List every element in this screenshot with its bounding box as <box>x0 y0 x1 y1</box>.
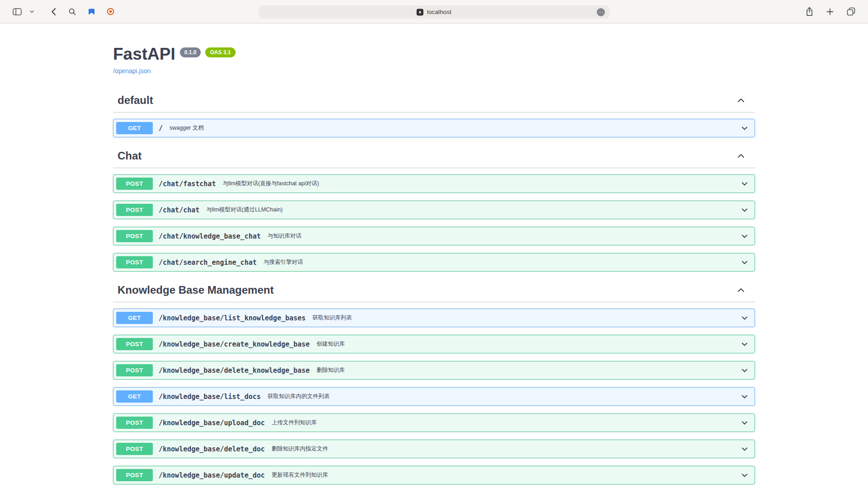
chevron-down-icon[interactable] <box>740 418 749 427</box>
method-badge: GET <box>116 122 153 134</box>
section-header[interactable]: default <box>113 89 755 113</box>
operation-description: 获取知识库列表 <box>312 314 352 322</box>
share-button[interactable] <box>803 5 816 19</box>
extension-blue-button[interactable] <box>85 5 98 19</box>
browser-toolbar: localhost ... <box>0 0 868 23</box>
sidebar-toggle-button[interactable] <box>11 5 24 19</box>
operation-row[interactable]: POST /knowledge_base/update_doc 更新现有文件到知… <box>113 466 755 484</box>
record-target-icon <box>107 8 114 15</box>
api-section: Chat POST /chat/fastchat 与llm模型对话(直接与fas… <box>113 145 755 272</box>
method-badge: POST <box>116 364 153 376</box>
operation-path: /chat/search_engine_chat <box>159 258 257 267</box>
version-badge: 0.1.0 <box>180 47 201 57</box>
operation-path: /chat/knowledge_base_chat <box>159 232 261 240</box>
chevron-down-icon[interactable] <box>740 366 749 375</box>
sidebar-icon <box>13 8 22 15</box>
operation-description: 删除知识库内指定文件 <box>272 445 328 453</box>
site-favicon <box>416 9 424 16</box>
chevron-up-icon <box>736 95 746 105</box>
operation-row[interactable]: POST /knowledge_base/upload_doc 上传文件到知识库 <box>113 413 755 432</box>
method-badge: POST <box>116 204 153 216</box>
chevron-up-icon <box>736 151 746 161</box>
operation-path: /knowledge_base/create_knowledge_base <box>159 340 310 348</box>
method-badge: POST <box>116 469 153 481</box>
tabs-overview-icon <box>847 7 855 16</box>
section-operations: GET /knowledge_base/list_knowledge_bases… <box>113 302 755 488</box>
section-title: Knowledge Base Management <box>118 284 274 296</box>
operation-path: /knowledge_base/delete_doc <box>159 445 265 453</box>
method-badge: POST <box>116 443 153 455</box>
operation-description: 删除知识库 <box>316 366 345 374</box>
api-info: FastAPI 0.1.0 OAS 3.1 /openapi.json <box>113 23 755 75</box>
operation-description: 上传文件到知识库 <box>272 419 317 427</box>
chevron-down-icon[interactable] <box>740 471 749 480</box>
tab-group-chevron-button[interactable] <box>25 5 38 19</box>
chevron-down-icon[interactable] <box>740 314 749 323</box>
operation-path: /knowledge_base/upload_doc <box>159 419 265 427</box>
api-section: default GET / swagger 文档 <box>113 89 755 137</box>
method-badge: POST <box>116 338 153 350</box>
api-section: Knowledge Base Management GET /knowledge… <box>113 279 755 488</box>
openapi-spec-link[interactable]: /openapi.json <box>113 67 151 75</box>
tab-overview-button[interactable] <box>844 5 857 19</box>
chevron-down-icon[interactable] <box>740 179 749 188</box>
section-title: Chat <box>118 150 142 162</box>
chevron-left-icon <box>51 8 56 16</box>
section-title: default <box>118 94 153 107</box>
share-icon <box>806 7 813 16</box>
section-operations: POST /chat/fastchat 与llm模型对话(直接与fastchat… <box>113 168 755 272</box>
url-text: localhost <box>427 9 451 15</box>
method-badge: POST <box>116 256 153 268</box>
operation-row[interactable]: POST /chat/chat 与llm模型对话(通过LLMChain) <box>113 201 755 219</box>
api-sections: default GET / swagger 文档 Chat POST /chat… <box>113 89 755 488</box>
page-title: FastAPI <box>113 44 175 64</box>
operation-row[interactable]: POST /knowledge_base/delete_doc 删除知识库内指定… <box>113 440 755 458</box>
operation-description: 与搜索引擎对话 <box>264 258 303 266</box>
operation-path: /knowledge_base/delete_knowledge_base <box>159 366 310 375</box>
chevron-down-icon[interactable] <box>740 340 749 349</box>
chevron-down-icon[interactable] <box>740 392 749 401</box>
operation-row[interactable]: GET /knowledge_base/list_knowledge_bases… <box>113 309 755 327</box>
operation-row[interactable]: POST /chat/knowledge_base_chat 与知识库对话 <box>113 227 755 245</box>
address-bar[interactable]: localhost ... <box>259 5 609 19</box>
operation-description: 更新现有文件到知识库 <box>272 471 328 479</box>
chevron-down-icon[interactable] <box>740 124 749 133</box>
operation-row[interactable]: POST /chat/search_engine_chat 与搜索引擎对话 <box>113 253 755 272</box>
operation-row[interactable]: GET / swagger 文档 <box>113 119 755 137</box>
section-header[interactable]: Chat <box>113 145 755 168</box>
method-badge: GET <box>116 312 153 324</box>
bookmark-extension-icon <box>88 8 95 15</box>
operation-description: 与知识库对话 <box>268 232 302 240</box>
new-tab-button[interactable] <box>824 5 836 19</box>
operation-row[interactable]: POST /knowledge_base/delete_knowledge_ba… <box>113 361 755 380</box>
operation-row[interactable]: GET /knowledge_base/list_docs 获取知识库内的文件列… <box>113 387 755 406</box>
operation-path: /knowledge_base/list_knowledge_bases <box>159 314 306 322</box>
method-badge: POST <box>116 230 153 242</box>
extensions-more-button[interactable]: ... <box>597 8 605 16</box>
section-header[interactable]: Knowledge Base Management <box>113 279 755 302</box>
chevron-down-icon[interactable] <box>740 258 749 267</box>
chevron-down-icon <box>30 10 34 13</box>
search-icon <box>69 8 76 15</box>
operation-description: swagger 文档 <box>170 124 204 132</box>
operation-description: 与llm模型对话(直接与fastchat api对话) <box>222 180 319 188</box>
chevron-down-icon[interactable] <box>740 232 749 241</box>
chevron-down-icon[interactable] <box>740 445 749 454</box>
chevron-up-icon <box>736 285 746 295</box>
plus-icon <box>826 8 834 15</box>
operation-row[interactable]: POST /knowledge_base/create_knowledge_ba… <box>113 335 755 353</box>
operation-description: 与llm模型对话(通过LLMChain) <box>206 206 283 214</box>
operation-row[interactable]: POST /chat/fastchat 与llm模型对话(直接与fastchat… <box>113 174 755 193</box>
oas-badge: OAS 3.1 <box>205 47 235 57</box>
extension-orange-button[interactable] <box>104 5 117 19</box>
ellipsis-icon: ... <box>598 9 603 14</box>
operation-path: /knowledge_base/list_docs <box>159 393 261 401</box>
method-badge: GET <box>116 390 153 403</box>
search-button[interactable] <box>66 5 79 19</box>
browser-window: localhost ... <box>0 0 868 488</box>
operation-path: /chat/chat <box>159 206 199 214</box>
page-content: FastAPI 0.1.0 OAS 3.1 /openapi.json defa… <box>0 23 868 488</box>
operation-path: /chat/fastchat <box>159 180 216 188</box>
back-button[interactable] <box>47 5 60 19</box>
chevron-down-icon[interactable] <box>740 206 749 215</box>
